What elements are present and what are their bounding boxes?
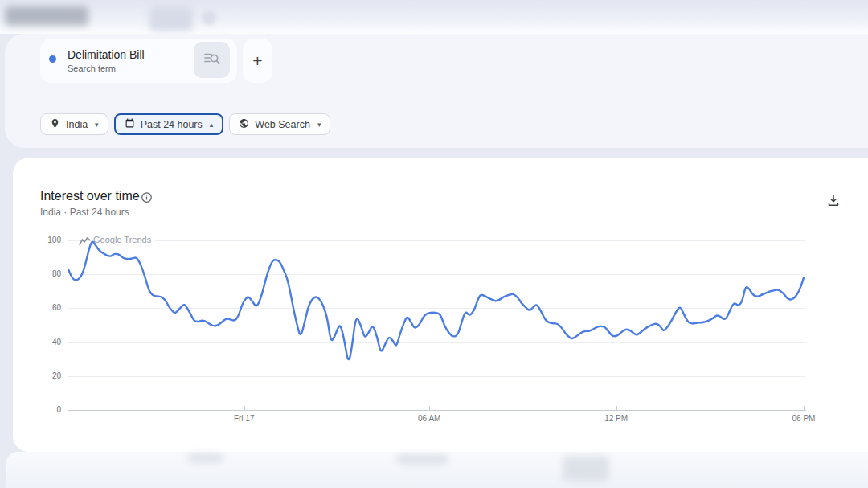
- time-filter-label: Past 24 hours: [141, 119, 203, 130]
- chart-subtitle: India · Past 24 hours: [40, 207, 129, 218]
- blurred-search-box: [5, 6, 88, 26]
- filter-chip-row: India ▾ Past 24 hours ▴ Web Search ▾: [40, 113, 330, 135]
- time-filter-chip[interactable]: Past 24 hours ▴: [114, 113, 224, 135]
- search-type-filter-label: Web Search: [255, 119, 310, 130]
- explore-search-button[interactable]: [194, 42, 230, 78]
- search-type-filter-chip[interactable]: Web Search ▾: [229, 113, 330, 135]
- blurred-avatar: [202, 10, 216, 25]
- google-trends-page: Delimitation Bill Search term + India ▾ …: [0, 0, 868, 488]
- series-color-dot: [49, 55, 56, 63]
- chevron-down-icon: ▾: [95, 121, 99, 129]
- chevron-down-icon: ▾: [317, 121, 321, 129]
- blurred-element: [187, 453, 223, 463]
- info-icon[interactable]: [140, 191, 153, 203]
- next-section-blurred: [6, 452, 868, 488]
- list-search-icon: [203, 51, 220, 68]
- trend-line-chart[interactable]: [68, 238, 806, 413]
- browser-header-blurred: [0, 0, 868, 34]
- globe-icon: [239, 118, 249, 131]
- search-term-title: Delimitation Bill: [68, 48, 145, 61]
- calendar-icon: [125, 118, 135, 131]
- location-pin-icon: [50, 118, 60, 131]
- trend-line: [68, 242, 804, 360]
- blurred-header-element: [149, 6, 193, 31]
- chart-title: Interest over time: [40, 189, 140, 203]
- blurred-element: [396, 454, 448, 465]
- download-button[interactable]: [825, 192, 842, 210]
- trends-logo-icon: [79, 235, 91, 249]
- geo-filter-chip[interactable]: India ▾: [40, 113, 108, 135]
- add-comparison-button[interactable]: +: [243, 39, 272, 83]
- download-icon: [826, 193, 841, 210]
- blurred-element: [563, 456, 609, 482]
- geo-filter-label: India: [66, 119, 88, 130]
- chevron-up-icon: ▴: [210, 121, 214, 129]
- search-term-type: Search term: [68, 64, 116, 73]
